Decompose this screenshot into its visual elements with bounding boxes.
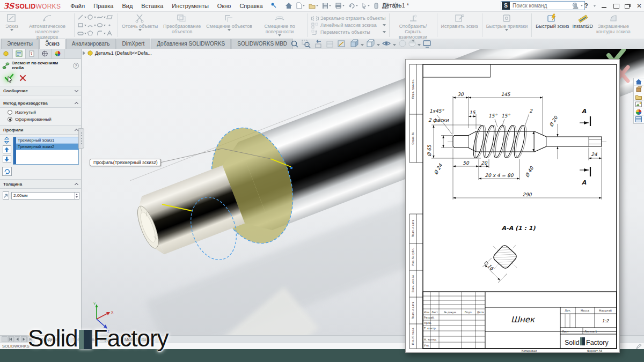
instant2d-button[interactable]: Instant2D [570, 12, 595, 38]
tree-expand-icon[interactable] [83, 51, 85, 55]
offset-entities-button[interactable]: Смещение объектов [204, 12, 254, 38]
menu-view[interactable]: Вид [118, 1, 137, 11]
zoom-fit-icon[interactable] [292, 41, 298, 48]
repair-sketch-button[interactable]: Исправить эскиз [440, 12, 480, 38]
home-button[interactable] [284, 2, 294, 10]
offset-on-surface-button[interactable]: Смещение по поверхности [254, 12, 305, 38]
display-relations-button[interactable]: Отобразить/Скрыть взаимосвязи [392, 12, 435, 38]
move-entities-button[interactable]: Переместить объекты [311, 29, 385, 35]
help-button[interactable]: ? [584, 2, 588, 10]
message-section-header[interactable]: Сообщение [0, 86, 81, 95]
cascade-button[interactable] [625, 3, 631, 9]
radio-formed[interactable]: Сформированный [8, 117, 81, 122]
point-tool[interactable] [106, 21, 115, 29]
menu-insert[interactable]: Вставка [137, 1, 167, 11]
pm-help-icon[interactable]: ? [73, 63, 79, 69]
fillet-tool[interactable] [96, 29, 106, 38]
restore-button[interactable] [613, 3, 619, 9]
minimize-button[interactable] [601, 3, 608, 9]
display-style-icon[interactable] [367, 40, 374, 47]
hide-show-items-icon[interactable] [383, 42, 390, 45]
menu-file[interactable]: Файл [66, 1, 89, 11]
polygon-tool[interactable] [86, 29, 96, 38]
plane-tool[interactable] [106, 13, 115, 21]
print-button[interactable] [334, 2, 346, 10]
tab-addins[interactable]: Добавления SOLIDWORKS [151, 39, 231, 49]
profiles-section-header[interactable]: Профили [0, 125, 81, 135]
rebuild-button[interactable] [372, 2, 380, 10]
ellipse-tool[interactable] [96, 21, 106, 29]
custom-properties-icon[interactable] [634, 116, 643, 123]
quick-snaps-button[interactable]: Быстрые привязки [485, 12, 530, 38]
feature-tree-flyout[interactable]: Деталь1 (Default<<Defa... [83, 50, 152, 56]
arc-tool[interactable] [86, 21, 96, 29]
zoom-area-icon[interactable] [302, 40, 310, 48]
resources-home-icon[interactable] [634, 78, 643, 86]
view-settings-icon[interactable] [423, 41, 430, 47]
shaded-sketch-contours-button[interactable]: Закрашенные контуры эскиза [595, 12, 632, 38]
move-profile-up-button[interactable] [3, 145, 11, 153]
configuration-manager-tab[interactable] [26, 49, 39, 58]
smart-dimension-button[interactable]: Автоматическое нанесение размеров [23, 12, 72, 38]
text-tool[interactable] [106, 29, 115, 38]
reverse-order-button[interactable] [2, 167, 12, 176]
slot-tool[interactable] [77, 29, 86, 38]
sketch-point[interactable] [290, 167, 292, 169]
method-section-header[interactable]: Метод производства [0, 99, 81, 108]
tab-first-button[interactable] [8, 336, 14, 342]
close-button[interactable]: ✕ [636, 3, 642, 9]
profiles-listbox[interactable]: Трехмерный эскиз1 Трехмерный эскиз2 [13, 137, 79, 165]
help-dropdown[interactable] [594, 5, 596, 7]
menu-edit[interactable]: Правка [89, 1, 118, 11]
menu-window[interactable]: Окно [213, 1, 236, 11]
thickness-spinner[interactable] [74, 193, 79, 199]
section-view-icon[interactable] [327, 41, 333, 47]
file-explorer-icon[interactable] [634, 93, 643, 101]
new-document-button[interactable] [295, 2, 306, 10]
profile-item-2[interactable]: Трехмерный эскиз2 [16, 144, 78, 150]
previous-view-icon[interactable] [316, 40, 321, 48]
feature-manager-tab[interactable] [0, 49, 13, 58]
circle-tool[interactable] [86, 13, 96, 21]
linear-sketch-pattern-button[interactable]: Линейный массив эскиза [311, 23, 385, 28]
menu-tools[interactable]: Инструменты [167, 1, 213, 11]
tab-splitter[interactable] [2, 336, 8, 342]
mirror-entities-button[interactable]: Зеркально отразить объекты [311, 16, 385, 21]
user-login-icon[interactable] [572, 3, 579, 10]
sketch-visibility-icon[interactable] [338, 41, 345, 47]
search-input[interactable] [511, 2, 572, 9]
edit-appearance-icon[interactable] [399, 40, 406, 47]
tab-mbd[interactable]: SOLIDWORKS MBD [231, 39, 293, 49]
radio-bent[interactable]: Изогнутый [8, 110, 81, 115]
open-button[interactable] [308, 2, 319, 10]
appearances-icon[interactable] [634, 108, 643, 116]
save-button[interactable] [321, 2, 332, 10]
pin-menu-icon[interactable] [270, 2, 276, 9]
thickness-input[interactable] [12, 193, 74, 198]
tab-next-button[interactable] [21, 336, 27, 342]
view-orientation-icon[interactable] [351, 40, 358, 47]
status-pencil-icon[interactable] [636, 344, 642, 349]
thickness-section-header[interactable]: Толщина [0, 180, 81, 189]
display-manager-tab[interactable] [52, 49, 64, 58]
select-button[interactable] [361, 2, 371, 10]
property-manager-tab[interactable] [13, 49, 26, 58]
menu-help[interactable]: Справка [235, 1, 267, 11]
tab-sketch[interactable]: Эскиз [39, 39, 65, 49]
pm-cancel-button[interactable] [19, 75, 26, 83]
spline-tool[interactable] [96, 13, 106, 21]
move-profile-down-button[interactable] [3, 155, 11, 163]
line-tool[interactable] [77, 13, 86, 21]
undo-button[interactable] [347, 2, 359, 9]
view-palette-icon[interactable] [634, 101, 643, 108]
rectangle-tool[interactable] [77, 21, 86, 29]
tab-features[interactable]: Элементы [1, 39, 39, 49]
reverse-direction-button[interactable] [3, 191, 9, 200]
panel-collapse-handle[interactable] [78, 128, 84, 149]
sketch-tool-button[interactable]: Эскиз [1, 12, 23, 38]
convert-entities-button[interactable]: Преобразование объектов [159, 12, 204, 38]
tab-dimxpert[interactable]: DimXpert [116, 39, 151, 49]
rapid-sketch-button[interactable]: Быстрый эскиз [534, 12, 570, 38]
trim-entities-button[interactable]: Отсечь объекты [120, 12, 159, 38]
pm-ok-button[interactable] [4, 73, 14, 83]
